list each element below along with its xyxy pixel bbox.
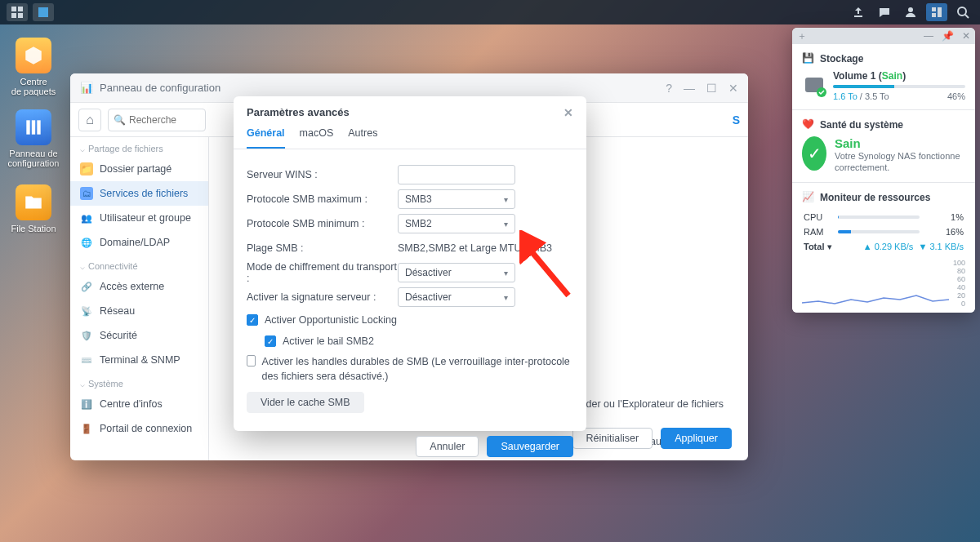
volume-usage-bar: [833, 85, 965, 88]
control-panel-task-icon[interactable]: [33, 3, 54, 21]
widgets-panel: ＋ — 📌 ✕ 💾Stockage Volume 1 (Sain) 1.6 To…: [792, 28, 975, 313]
svg-rect-1: [18, 7, 23, 11]
sidebar-item-label: Domaine/LDAP: [100, 237, 170, 248]
minimize-icon[interactable]: —: [684, 82, 695, 95]
value-cpu: 1%: [942, 211, 964, 224]
sidebar-item-info-center[interactable]: ℹ️Centre d'infos: [70, 392, 208, 416]
pin-icon[interactable]: 📌: [942, 30, 954, 42]
volume-name: Volume 1 (Sain): [833, 70, 965, 82]
sidebar-item-security[interactable]: 🛡️Sécurité: [70, 323, 208, 348]
monitor-icon: 📈: [802, 191, 815, 204]
select-encryption[interactable]: Désactiver: [398, 263, 515, 282]
widget-storage: 💾Stockage Volume 1 (Sain) 1.6 To / 3.5 T…: [792, 44, 975, 110]
user-icon[interactable]: [900, 3, 921, 21]
tab-macos[interactable]: macOS: [300, 127, 334, 149]
sidebar-item-network[interactable]: 📡Réseau: [70, 299, 208, 323]
label-server-signing: Activer la signature serveur :: [247, 291, 398, 303]
value-ram: 16%: [942, 225, 964, 238]
desktop-icon-label: File Station: [5, 224, 62, 233]
sidebar-item-label: Accès externe: [100, 281, 164, 292]
widget-health: ❤️Santé du système ✓ Sain Votre Synology…: [792, 110, 975, 183]
checkbox-icon: [247, 355, 256, 367]
sidebar-section-system[interactable]: Système: [70, 372, 208, 392]
ylabel: 80: [953, 267, 965, 275]
svg-rect-7: [938, 7, 942, 17]
widgets-tabbar[interactable]: ＋ — 📌 ✕: [792, 28, 975, 44]
select-value: Désactiver: [405, 291, 452, 303]
select-value: SMB3: [405, 193, 432, 205]
tab-general[interactable]: Général: [247, 127, 285, 149]
value-upload: ▲ 0.29 KB/s: [863, 242, 914, 251]
checkbox-icon: [265, 335, 276, 347]
desktop-icon-label: Panneau de configuration: [5, 149, 62, 168]
sidebar-item-file-services[interactable]: 🗂Services de fichiers: [70, 181, 208, 206]
search-icon[interactable]: [952, 3, 973, 21]
sidebar-item-external-access[interactable]: 🔗Accès externe: [70, 274, 208, 299]
svg-rect-4: [38, 7, 48, 17]
health-badge-icon: ✓: [802, 136, 826, 171]
checkbox-icon: [247, 314, 258, 326]
close-icon[interactable]: ✕: [728, 82, 738, 95]
app-grid-icon[interactable]: [7, 3, 28, 21]
close-icon[interactable]: ✕: [962, 30, 970, 42]
apply-button[interactable]: Appliquer: [661, 428, 732, 449]
search-box[interactable]: 🔍: [108, 109, 206, 131]
ylabel: 100: [953, 259, 965, 267]
sidebar-section-connectivity[interactable]: Connectivité: [70, 255, 208, 274]
sidebar-item-login-portal[interactable]: 🚪Portail de connexion: [70, 416, 208, 441]
health-message: Votre Synology NAS fonctionne correcteme…: [835, 150, 965, 174]
widgets-icon[interactable]: [926, 3, 947, 21]
sidebar-item-user-group[interactable]: 👥Utilisateur et groupe: [70, 206, 208, 230]
home-button[interactable]: ⌂: [78, 109, 101, 131]
ylabel: 20: [953, 291, 965, 300]
chat-icon[interactable]: [874, 3, 895, 21]
search-input[interactable]: [129, 114, 200, 126]
modal-close-icon[interactable]: ✕: [564, 106, 573, 119]
sidebar-item-label: Services de fichiers: [100, 188, 188, 199]
select-server-signing[interactable]: Désactiver: [398, 287, 515, 307]
modal-title: Paramètres avancés: [247, 106, 350, 119]
input-wins[interactable]: [398, 165, 515, 184]
health-icon: ❤️: [802, 118, 815, 131]
svg-rect-0: [11, 7, 16, 11]
sidebar-item-terminal[interactable]: ⌨️Terminal & SNMP: [70, 348, 208, 372]
advanced-settings-modal: Paramètres avancés ✕ Général macOS Autre…: [234, 96, 586, 431]
select-smb-min[interactable]: SMB2: [398, 214, 515, 233]
add-tab-icon[interactable]: ＋: [797, 29, 807, 43]
desktop-icon-control-panel[interactable]: Panneau de configuration: [5, 109, 62, 168]
system-topbar: [0, 0, 980, 24]
upload-icon[interactable]: [848, 3, 869, 21]
svg-rect-8: [932, 13, 936, 17]
desktop-icon-package-center[interactable]: Centre de paquets: [5, 38, 62, 96]
help-icon[interactable]: ?: [666, 82, 672, 95]
clear-smb-cache-button[interactable]: Vider le cache SMB: [247, 392, 364, 413]
select-value: Désactiver: [405, 267, 452, 278]
widget-title: Stockage: [820, 53, 863, 64]
volume-pct: 46%: [947, 91, 965, 101]
save-button[interactable]: Sauvegarder: [487, 436, 573, 457]
modal-tabs: Général macOS Autres: [234, 119, 586, 149]
checkbox-durable-handles[interactable]: Activer les handles durables de SMB (Le …: [247, 352, 573, 384]
sidebar-section-share[interactable]: Partage de fichiers: [70, 137, 208, 157]
sidebar-item-label: Terminal & SNMP: [100, 354, 180, 366]
background-hint: Finder ou l'Explorateur de fichiers: [572, 398, 724, 410]
tab-other[interactable]: Autres: [348, 127, 377, 149]
ylabel: 40: [953, 283, 965, 291]
select-smb-max[interactable]: SMB3: [398, 189, 515, 209]
label-total[interactable]: Total ▾: [804, 240, 836, 254]
minimize-icon[interactable]: —: [924, 30, 933, 42]
modal-form: Serveur WINS : Protocole SMB maximum :SM…: [234, 149, 586, 426]
cancel-button[interactable]: Annuler: [416, 436, 479, 457]
sidebar-item-domain-ldap[interactable]: 🌐Domaine/LDAP: [70, 230, 208, 255]
maximize-icon[interactable]: ☐: [706, 82, 717, 95]
desktop-icon-file-station[interactable]: File Station: [5, 184, 62, 233]
search-icon: 🔍: [114, 114, 126, 126]
checkbox-smb2-lease[interactable]: Activer le bail SMB2: [247, 331, 573, 352]
widget-title: Moniteur de ressources: [820, 192, 930, 203]
svg-rect-3: [18, 13, 23, 18]
sidebar-item-label: Portail de connexion: [100, 423, 192, 434]
app-icon: 📊: [80, 82, 93, 94]
label-encryption: Mode de chiffrement du transport :: [247, 261, 398, 284]
checkbox-oplock[interactable]: Activer Opportunistic Locking: [247, 309, 573, 331]
sidebar-item-shared-folder[interactable]: 📁Dossier partagé: [70, 157, 208, 181]
